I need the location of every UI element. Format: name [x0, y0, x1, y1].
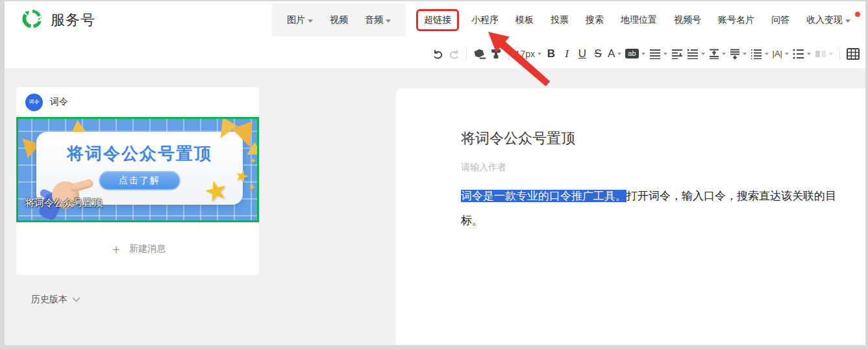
redo-icon[interactable] [446, 44, 462, 64]
menu-item-audio[interactable]: 音频 [356, 14, 399, 26]
brand-name: 服务号 [51, 10, 95, 30]
underline-button[interactable]: U [575, 44, 590, 64]
selected-text: 词令是一款专业的口令推广工具。 [461, 190, 626, 202]
toolbar-separator [508, 47, 509, 60]
strikethrough-button[interactable]: S [590, 44, 606, 64]
chevron-down-icon [722, 53, 726, 55]
highlight-color-dropdown[interactable]: ab [623, 44, 647, 64]
menu-item-image[interactable]: 图片 [279, 14, 321, 26]
menu-item-hyperlink[interactable]: 超链接 [416, 9, 459, 31]
menu-item-qa[interactable]: 问答 [763, 14, 798, 26]
paragraph-spacing-dropdown[interactable] [749, 44, 771, 64]
media-menu-group: 图片 视频 音频 [272, 4, 406, 36]
star-decoration: ★ [233, 166, 251, 185]
chevron-down-icon [72, 297, 81, 302]
insert-card-dropdown-disabled[interactable] [813, 44, 835, 64]
menu-item-account-card[interactable]: 账号名片 [710, 14, 763, 26]
space-before-dropdown[interactable] [707, 44, 728, 64]
menu-item-search[interactable]: 搜索 [577, 14, 612, 26]
image-caption: 将词令公众号置顶 [25, 197, 103, 209]
editor-panel: 将词令公众号置顶 请输入作者 词令是一款专业的口令推广工具。打开词令，输入口令，… [396, 88, 865, 345]
article-title-input[interactable]: 将词令公众号置顶 [461, 129, 865, 148]
chevron-down-icon [538, 53, 541, 55]
account-avatar: 词令 [25, 94, 43, 111]
app-window: 服务号 图片 视频 音频 超链接 小程序 模板 投票 搜索 地理位置 [0, 0, 868, 349]
chevron-down-icon [845, 19, 850, 23]
banner-title: 将词令公众号置顶 [67, 142, 212, 165]
toolbar-separator [466, 47, 467, 60]
chevron-down-icon [743, 53, 747, 55]
menu-item-monetization[interactable]: 收入变现 [798, 14, 859, 26]
indent-icon[interactable] [669, 44, 685, 64]
history-version-toggle[interactable]: 历史版本 [31, 294, 81, 305]
article-body[interactable]: 词令是一款专业的口令推广工具。打开词令，输入口令，搜索直达该关联的目标。 [461, 184, 850, 233]
chevron-down-icon [617, 53, 621, 55]
menu-item-vote[interactable]: 投票 [542, 14, 577, 26]
bold-button[interactable]: B [543, 44, 559, 64]
author-placeholder-input[interactable]: 请输入作者 [461, 162, 865, 174]
menu-item-channels[interactable]: 视频号 [665, 14, 710, 26]
format-toolbar: 17px B I U S A ab [5, 39, 865, 68]
star-decoration: ✦ [249, 157, 256, 165]
menu-item-mini-program[interactable]: 小程序 [463, 14, 507, 26]
message-card: 词令 词令 将词令公众号置顶 点击了解 ★ ★ ✦ ★ 将词令公众号置顶 ＋ [16, 87, 259, 275]
menu-item-location[interactable]: 地理位置 [612, 14, 665, 26]
letter-spacing-dropdown[interactable]: |A| [771, 44, 791, 64]
selected-cover-image[interactable]: 将词令公众号置顶 点击了解 ★ ★ ✦ ★ 将词令公众号置顶 [16, 117, 259, 222]
clear-format-icon[interactable] [471, 44, 488, 64]
notification-dot [855, 12, 860, 17]
top-header: 服务号 图片 视频 音频 超链接 小程序 模板 投票 搜索 地理位置 [5, 1, 865, 39]
menu-item-video[interactable]: 视频 [321, 14, 356, 26]
toolbar-separator [839, 47, 840, 60]
chevron-down-icon [663, 53, 667, 55]
first-line-indent-dropdown[interactable] [685, 44, 707, 64]
chevron-down-icon [765, 53, 769, 55]
chevron-down-icon [785, 53, 789, 55]
top-menu: 图片 视频 音频 超链接 小程序 模板 投票 搜索 地理位置 视频号 账号名片 … [272, 1, 859, 39]
italic-button[interactable]: I [559, 44, 575, 64]
chevron-down-icon [829, 53, 833, 55]
format-painter-icon[interactable] [488, 44, 504, 64]
font-size-dropdown[interactable]: 17px [514, 44, 543, 64]
star-decoration: ★ [247, 181, 256, 192]
line-height-dropdown[interactable] [728, 44, 749, 64]
menu-item-template[interactable]: 模板 [507, 14, 542, 26]
align-dropdown[interactable] [647, 44, 669, 64]
undo-icon[interactable] [430, 44, 446, 64]
brand: 服务号 [21, 1, 95, 39]
chevron-down-icon [386, 19, 391, 23]
chevron-down-icon [807, 53, 811, 55]
account-name: 词令 [50, 96, 68, 108]
new-message-button[interactable]: ＋ 新建消息 [16, 222, 259, 275]
banner-cta-button: 点击了解 [99, 171, 180, 190]
font-color-dropdown[interactable]: A [606, 44, 623, 64]
chevron-down-icon [308, 19, 313, 23]
plus-icon: ＋ [110, 242, 123, 255]
list-dropdown[interactable] [791, 44, 813, 64]
chevron-down-icon [701, 53, 705, 55]
account-row: 词令 词令 [16, 87, 259, 117]
table-icon[interactable] [845, 44, 862, 64]
chevron-down-icon [641, 53, 645, 55]
brand-logo-icon [21, 7, 44, 33]
